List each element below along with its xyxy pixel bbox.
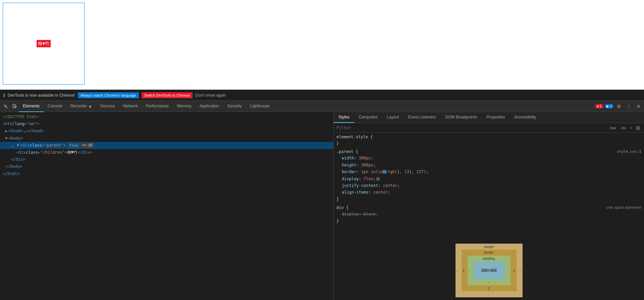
switch-devtools-button[interactable]: Switch DevTools to Chinese [142,92,193,98]
color-swatch [383,170,386,173]
tab-memory[interactable]: Memory [173,101,195,112]
tab-sources[interactable]: Sources [96,101,119,112]
triangle-head[interactable]: ▶ [5,129,7,134]
dom-line-close-body: </body> [0,163,333,170]
border-bottom-val: 1 [488,287,490,290]
content-size: 300×300 [481,268,497,273]
preview-box: 梅♥竹 [3,3,85,85]
tab-performance[interactable]: Performance [142,101,173,112]
margin-label: margin [484,245,494,249]
filter-bar: :hov .cls + ⊞ [334,123,644,133]
margin-right: - [520,269,521,272]
border-left: 1 [463,269,465,272]
cls-toggle[interactable]: .cls [619,126,627,130]
box-model-section: margin - - - border 1 1 1 padding [334,241,644,300]
hov-toggle[interactable]: :hov [608,126,618,130]
tab-application[interactable]: Application [196,101,223,112]
tab-accessibility[interactable]: Accessibility [509,112,541,123]
inspect-icon-button[interactable] [1,101,10,112]
box-model: margin - - - border 1 1 1 padding [455,244,523,297]
devtools-toolbar: Elements Console Recorder ▲ Sources Netw… [0,101,644,112]
devtools-panel: Elements Console Recorder ▲ Sources Netw… [0,101,644,300]
svg-rect-2 [15,105,16,108]
margin-left: - [457,269,458,272]
tab-console[interactable]: Console [44,101,66,112]
div-style-rule: div { user agent stylesheet display: blo… [336,205,641,224]
preview-element: 梅♥竹 [37,40,51,47]
dom-panel[interactable]: <!DOCTYPE html> <html lang="en"> ▶ <head… [0,112,334,300]
preview-area: 梅♥竹 [0,0,644,90]
more-options-button[interactable]: ⋮ [625,101,633,112]
tab-recorder[interactable]: Recorder ▲ [66,101,96,112]
dom-line-close-div: </div> [0,156,333,163]
tab-computed[interactable]: Computed [354,112,382,123]
triangle-body[interactable]: ▼ [5,136,7,141]
tab-dom-breakpoints[interactable]: DOM Breakpoints [441,112,482,123]
tab-layout[interactable]: Layout [382,112,404,123]
triangle-parent[interactable]: ▼ [17,143,19,148]
tab-network[interactable]: Network [119,101,142,112]
dont-show-button[interactable]: Don't show again [195,93,226,98]
error-badge: ● 1 [595,104,603,108]
element-style-rule: element.style { } [336,135,641,147]
styles-tabs: Styles Computed Layout Event Listeners D… [334,112,644,123]
parent-style-rule: .parent { style.css:1 width: 300px; heig… [336,149,641,203]
dom-line-head[interactable]: ▶ <head>…</head> [0,128,333,135]
device-toggle-button[interactable] [10,101,19,112]
close-devtools-button[interactable]: ✕ [635,101,643,112]
toolbar-right: ● 1 ▶ 1 ⚙ ⋮ ✕ [595,101,643,112]
dom-line-body[interactable]: ▼ <body> [0,135,333,142]
tab-event-listeners[interactable]: Event Listeners [404,112,441,123]
toggle-all-button[interactable]: ⊞ [635,125,641,131]
notif-text: DevTools is now available in Chinese! [8,93,75,98]
tab-elements[interactable]: Elements [19,101,44,112]
notification-bar: ℹ DevTools is now available in Chinese! … [0,90,644,101]
dom-line-close-html: </html> [0,170,333,178]
border-right: 1 [513,269,515,272]
tab-security[interactable]: Security [223,101,246,112]
settings-icon-button[interactable]: ⚙ [615,101,623,112]
tab-properties[interactable]: Properties [482,112,510,123]
info-icon: ℹ [3,93,5,98]
padding-right: - [508,269,509,272]
svg-line-0 [6,106,7,108]
always-match-button[interactable]: Always match Chrome's language [78,92,139,98]
filter-input[interactable] [336,126,608,130]
main-content: <!DOCTYPE html> <html lang="en"> ▶ <head… [0,112,644,300]
tab-styles[interactable]: Styles [334,112,354,123]
dom-line-html: <html lang="en"> [0,120,333,128]
info-badge: ▶ 1 [605,104,613,108]
tab-lighthouse[interactable]: Lighthouse [246,101,274,112]
dom-line-children[interactable]: <div class="children">梅♥竹</div> [0,149,333,156]
flex-icon [376,177,380,181]
border-label: border [484,251,494,254]
add-style-button[interactable]: + [629,126,633,130]
dom-line-doctype: <!DOCTYPE html> [0,113,333,120]
styles-content[interactable]: element.style { } .parent { style.css:1 … [334,133,644,241]
dom-line-parent[interactable]: … ▼ <div class="parent"> flex == $0 [0,142,333,149]
padding-bottom: - [488,281,489,284]
content-box: 300×300 [474,262,504,279]
filter-actions: :hov .cls + ⊞ [608,125,641,131]
styles-panel: Styles Computed Layout Event Listeners D… [334,112,644,300]
padding-left: - [469,269,470,272]
